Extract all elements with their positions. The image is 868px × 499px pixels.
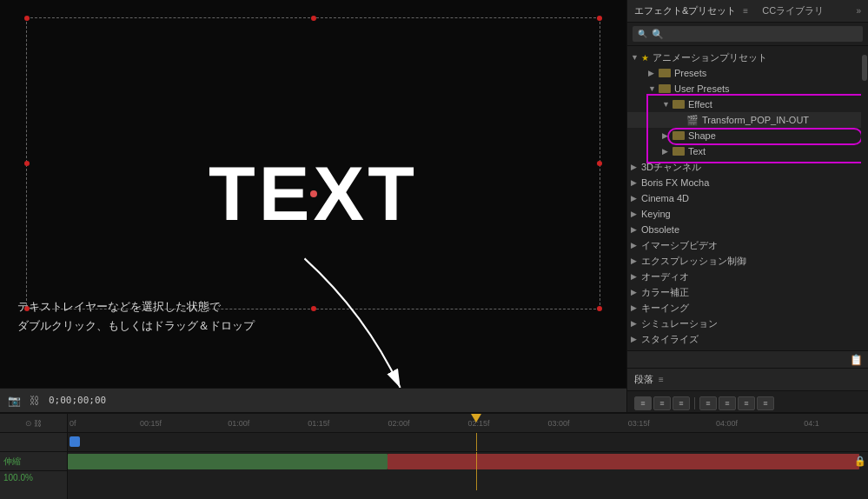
tree-item-keying2[interactable]: ▶ キーイング [627, 300, 868, 316]
track-green-bar [68, 454, 388, 469]
tree-item-anim-presets[interactable]: ▼ ★ アニメーションプリセット [627, 50, 868, 65]
label-presets: Presets [674, 68, 706, 78]
tree-item-keying[interactable]: ▶ Keying [627, 206, 868, 222]
arrow-right-presets: ▶ [648, 69, 659, 77]
mark-41f: 04:1 [804, 419, 819, 428]
arrow-obsolete: ▶ [631, 225, 641, 234]
playhead-container [476, 414, 487, 422]
align-justify-left-btn[interactable]: ≡ [699, 396, 717, 410]
label-shape: Shape [688, 130, 716, 141]
arrow-3d: ▶ [631, 163, 641, 171]
tree-item-text[interactable]: ▶ Text [627, 143, 868, 159]
tree-item-stylize[interactable]: ▶ スタイライズ [627, 331, 868, 347]
playhead-arrow [471, 414, 481, 422]
camera-icon[interactable]: 📷 [7, 394, 21, 408]
label-keying2: キーイング [641, 302, 689, 315]
annotation-line2: ダブルクリック、もしくはドラッグ＆ドロップ [17, 316, 255, 336]
tree-item-immersive[interactable]: ▶ イマーシブビデオ [627, 237, 868, 253]
preview-bottom-bar: 📷 ⛓ 0;00;00;00 [0, 388, 626, 412]
arrow-simulation: ▶ [631, 319, 641, 328]
timeline-area: ⊙ ⛓ 0f 00:15f 01:00f 01:15f 02:00f 02:15… [0, 412, 868, 499]
timeline-marker-row[interactable] [68, 433, 868, 452]
search-input[interactable] [633, 26, 863, 42]
align-right-btn[interactable]: ≡ [673, 396, 690, 410]
timeline-track-row[interactable]: 🔒 [68, 452, 868, 471]
search-wrapper [633, 26, 863, 42]
mark-100f: 01:00f [228, 419, 249, 428]
annotation-box: テキストレイヤーなどを選択した状態で ダブルクリック、もしくはドラッグ＆ドロップ [17, 297, 255, 336]
tree-item-obsolete[interactable]: ▶ Obsolete [627, 222, 868, 237]
corner-ml [24, 161, 30, 166]
timeline-blue-marker [70, 436, 80, 447]
label-3d: 3Dチャンネル [641, 161, 701, 174]
align-separator1 [694, 397, 695, 409]
para-menu-icon[interactable]: ≡ [659, 375, 664, 384]
label-anim-presets: アニメーションプリセット [653, 51, 767, 64]
scrollbar-track[interactable] [861, 46, 868, 350]
arrow-keying2: ▶ [631, 303, 641, 312]
align-justify-all-btn[interactable]: ≡ [757, 396, 774, 410]
timeline-row3[interactable] [68, 471, 868, 490]
cc-libraries-tab[interactable]: CCライブラリ [762, 4, 824, 17]
arrow-color: ▶ [631, 288, 641, 296]
scrollbar-thumb[interactable] [862, 55, 867, 81]
tree-item-audio[interactable]: ▶ オーディオ [627, 269, 868, 284]
folder-icon-effect [673, 100, 685, 109]
effects-panel-footer: 📋 [627, 350, 868, 368]
label-transform-pop: Transform_POP_IN-OUT [702, 115, 809, 125]
align-left-btn[interactable]: ≡ [634, 396, 652, 410]
mark-115f: 01:15f [308, 419, 329, 428]
tree-item-simulation[interactable]: ▶ シミュレーション [627, 316, 868, 331]
playhead-line2 [476, 452, 477, 471]
tree-item-transform-pop[interactable]: 🎬 Transform_POP_IN-OUT [627, 112, 868, 128]
tree-item-cinema4d[interactable]: ▶ Cinema 4D [627, 190, 868, 206]
timeline-stretch-label: 伸縮 [0, 452, 67, 471]
arrow-audio: ▶ [631, 272, 641, 281]
arrow-stylize: ▶ [631, 335, 641, 343]
label-keying: Keying [641, 209, 671, 219]
tree-item-user-presets[interactable]: ▼ User Presets [627, 81, 868, 96]
tree-item-color[interactable]: ▶ カラー補正 [627, 284, 868, 300]
arrow-boris: ▶ [631, 178, 641, 187]
panel-expand-icon[interactable]: » [856, 6, 861, 16]
track-red-bar [388, 454, 859, 469]
tree-item-effect[interactable]: ▼ Effect [627, 96, 868, 112]
effects-menu-icon[interactable]: ≡ [743, 6, 748, 16]
effects-panel: エフェクト&プリセット ≡ CCライブラリ » ▼ ★ アニメーションプリセット [626, 0, 868, 368]
tree-item-expression[interactable]: ▶ エクスプレッション制御 [627, 253, 868, 269]
playhead-line3 [476, 471, 477, 490]
align-center-btn[interactable]: ≡ [653, 396, 671, 410]
right-panel-col: エフェクト&プリセット ≡ CCライブラリ » ▼ ★ アニメーションプリセット [626, 0, 868, 412]
preview-panel: TEXT テキストレイヤーなどを選択した状態で ダブルクリック、もしくはドラッグ… [0, 0, 626, 412]
corner-bm [311, 306, 316, 311]
align-justify-center-btn[interactable]: ≡ [719, 396, 736, 410]
timeline-body: 伸縮 100.0% 🔒 [0, 433, 868, 499]
tree-item-3d[interactable]: ▶ 3Dチャンネル [627, 159, 868, 175]
arrow-down-effect: ▼ [662, 100, 673, 109]
chain-icon[interactable]: ⛓ [28, 394, 42, 408]
tree-item-boris[interactable]: ▶ Boris FX Mocha [627, 175, 868, 190]
corner-tr [597, 16, 602, 21]
timeline-top: ⊙ ⛓ 0f 00:15f 01:00f 01:15f 02:00f 02:15… [0, 414, 868, 433]
label-obsolete: Obsolete [641, 224, 679, 235]
track-right-icon: 🔒 [854, 456, 866, 467]
timeline-row-label [0, 433, 67, 452]
folder-icon-user [659, 84, 671, 93]
tree-item-shape[interactable]: ▶ Shape [627, 128, 868, 143]
preset-icon: 🎬 [686, 115, 699, 126]
preview-canvas: TEXT テキストレイヤーなどを選択した状態で ダブルクリック、もしくはドラッグ… [0, 0, 626, 388]
align-row: ≡ ≡ ≡ ≡ ≡ ≡ ≡ [634, 396, 861, 410]
mark-315f: 03:15f [628, 419, 650, 428]
timecode-display: 0;00;00;00 [49, 395, 106, 406]
arrow-expression: ▶ [631, 256, 641, 265]
timeline-zoom: 100.0% [0, 471, 67, 484]
mark-0f: 0f [70, 419, 76, 428]
tree-item-presets[interactable]: ▶ Presets [627, 65, 868, 81]
align-justify-right-btn[interactable]: ≡ [738, 396, 755, 410]
corner-bl [24, 306, 30, 311]
arrow-immersive: ▶ [631, 241, 641, 250]
label-immersive: イマーシブビデオ [641, 239, 718, 252]
effects-tree: ▼ ★ アニメーションプリセット ▶ Presets ▼ User [627, 46, 868, 350]
timeline-ruler[interactable]: 0f 00:15f 01:00f 01:15f 02:00f 02:15f 03… [68, 414, 868, 432]
mark-300f: 03:00f [548, 419, 570, 428]
